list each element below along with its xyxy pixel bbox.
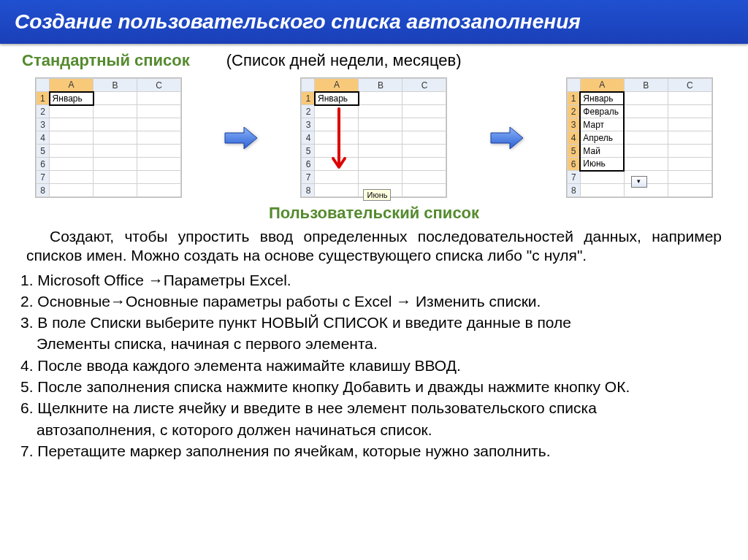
row-header: 8	[302, 184, 315, 197]
row-header: 2	[37, 105, 50, 118]
row-header: 7	[567, 171, 580, 184]
cell	[402, 131, 446, 145]
row-header: 1	[567, 92, 580, 105]
row-header: 5	[37, 145, 50, 158]
cell	[50, 118, 94, 131]
cell	[359, 145, 402, 158]
row-header: 7	[37, 171, 50, 184]
cell	[94, 105, 137, 118]
cell	[50, 105, 94, 118]
cell	[359, 131, 402, 145]
step-3a: 3. В поле Списки выберите пункт НОВЫЙ СП…	[20, 312, 728, 332]
cell	[668, 171, 711, 184]
cell	[624, 105, 668, 118]
subtitle-example: (Список дней недели, месяцев)	[226, 51, 462, 70]
step-2: 2. Основные→Основные параметры работы с …	[20, 291, 728, 311]
corner-cell	[37, 79, 50, 92]
cell	[137, 184, 181, 197]
cell-a2: Февраль	[580, 105, 624, 118]
row-header: 2	[567, 105, 580, 118]
cell	[50, 158, 94, 171]
cell	[668, 118, 711, 131]
cell	[668, 158, 711, 171]
cell	[624, 131, 668, 145]
cell	[50, 131, 94, 145]
cell	[315, 145, 359, 158]
col-header-a: A	[315, 79, 359, 92]
cell	[137, 118, 181, 131]
cell	[668, 105, 711, 118]
spreadsheet-3: A B C 1Январь 2Февраль 3Март 4Апрель 5Ма…	[566, 77, 713, 198]
corner-cell	[567, 79, 580, 92]
cell	[94, 92, 137, 105]
cell	[137, 131, 181, 145]
cell	[402, 92, 446, 105]
col-header-c: C	[137, 79, 181, 92]
corner-cell	[302, 79, 315, 92]
cell	[624, 118, 668, 131]
cell	[50, 145, 94, 158]
col-header-b: B	[624, 79, 668, 92]
col-header-a: A	[580, 79, 624, 92]
cell	[624, 158, 668, 171]
row-header: 8	[37, 184, 50, 197]
col-header-a: A	[50, 79, 94, 92]
col-header-c: C	[668, 79, 711, 92]
instruction-steps: 1. Microsoft Office →Параметры Excel. 2.…	[20, 270, 728, 461]
col-header-b: B	[359, 79, 402, 92]
cell	[94, 118, 137, 131]
row-header: 6	[37, 158, 50, 171]
cell	[359, 158, 402, 171]
cell	[137, 105, 181, 118]
step-5: 5. После заполнения списка нажмите кнопк…	[20, 377, 728, 396]
row-header: 4	[567, 131, 580, 145]
row-header: 5	[567, 145, 580, 158]
row-header: 4	[37, 131, 50, 145]
cell	[402, 171, 446, 184]
cell	[137, 92, 181, 105]
cell-a3: Март	[580, 118, 624, 131]
cell	[137, 145, 181, 158]
cell	[580, 171, 624, 184]
cell	[402, 105, 446, 118]
step-6b: автозаполнения, с которого должен начина…	[37, 420, 728, 440]
step-3b: Элементы списка, начиная с первого элеме…	[37, 334, 728, 353]
cell	[94, 131, 137, 145]
cell	[359, 171, 402, 184]
cell	[50, 171, 94, 184]
cell	[402, 184, 446, 197]
cell	[402, 118, 446, 131]
cell	[580, 184, 624, 197]
row-header: 7	[302, 171, 315, 184]
col-header-b: B	[94, 79, 137, 92]
row-header: 3	[302, 118, 315, 131]
cell	[624, 92, 668, 105]
row-header: 4	[302, 131, 315, 145]
cell	[359, 92, 402, 105]
cell-a6: Июнь	[580, 158, 624, 171]
cell	[668, 131, 711, 145]
row-header: 1	[37, 92, 50, 105]
cell	[359, 105, 402, 118]
custom-list-title: Пользовательский список	[0, 204, 748, 223]
cell	[402, 158, 446, 171]
cell	[315, 105, 359, 118]
cell	[315, 184, 359, 197]
col-header-c: C	[402, 79, 446, 92]
spreadsheet-2: A B C 1Январь 2 3 4 5 6 7 8 Июнь	[300, 77, 447, 198]
cell	[94, 171, 137, 184]
sheets-row: A B C 1Январь 2 3 4 5 6 7 8 A B C	[15, 77, 733, 198]
row-header: 6	[567, 158, 580, 171]
step-6a: 6. Щелкните на листе ячейку и введите в …	[20, 398, 728, 418]
step-1: 1. Microsoft Office →Параметры Excel.	[20, 270, 728, 290]
autofill-tooltip: Июнь	[363, 189, 391, 201]
row-header: 1	[302, 92, 315, 105]
cell	[668, 145, 711, 158]
cell-a1: Январь	[315, 92, 359, 105]
cell	[359, 118, 402, 131]
cell	[315, 131, 359, 145]
cell-a4: Апрель	[580, 131, 624, 145]
cell	[315, 158, 359, 171]
row-header: 2	[302, 105, 315, 118]
subtitle-standard: Стандартный список	[22, 51, 190, 70]
